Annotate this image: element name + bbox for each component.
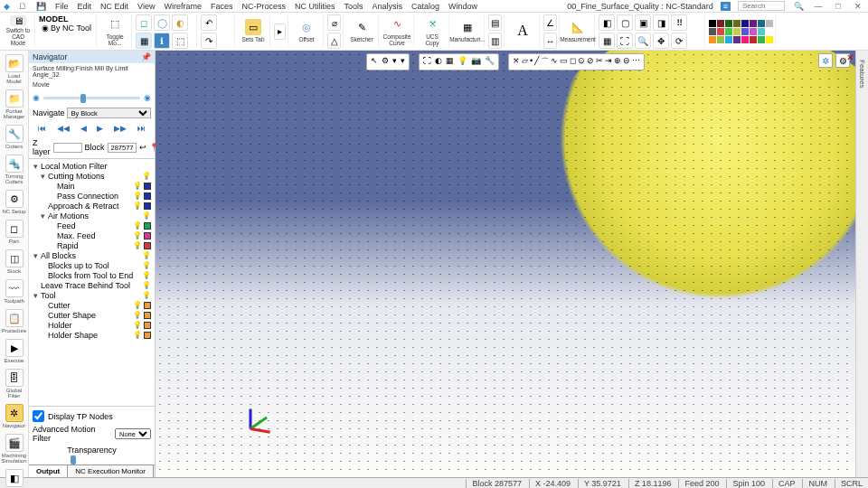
tree-holder-shape[interactable]: Holder Shape💡 bbox=[31, 330, 153, 340]
color-palette[interactable] bbox=[709, 20, 773, 43]
tree-pass[interactable]: Pass Connection💡 bbox=[31, 191, 153, 201]
sidebar-item-pocket-manager[interactable]: 📁Pocket Manager bbox=[2, 89, 27, 119]
bulb-icon[interactable]: 💡 bbox=[142, 211, 151, 220]
save-icon[interactable]: 💾 bbox=[36, 2, 46, 11]
color-swatch[interactable] bbox=[750, 28, 757, 35]
tree-cutting[interactable]: ▾Cutting Motions💡 bbox=[31, 171, 153, 181]
ucs-copy-button[interactable]: ⤧UCS Copy bbox=[418, 14, 447, 47]
bulb-icon[interactable]: 💡 bbox=[142, 172, 151, 180]
color-swatch[interactable] bbox=[709, 28, 716, 35]
color-swatch[interactable] bbox=[733, 20, 741, 27]
sidebar-item-stock[interactable]: ◫Stock bbox=[2, 249, 27, 274]
vp-wire-icon[interactable]: ▦ bbox=[446, 56, 454, 68]
view-shade-icon[interactable]: ◐ bbox=[172, 14, 188, 31]
color-swatch[interactable] bbox=[741, 20, 749, 27]
tree-cutter[interactable]: Cutter💡 bbox=[31, 300, 153, 310]
color-swatch[interactable] bbox=[725, 20, 732, 27]
skip-end-button[interactable]: ⏭ bbox=[137, 124, 146, 133]
tree-approach[interactable]: Approach & Retract💡 bbox=[31, 201, 153, 211]
vp-mill-icon[interactable]: ⊘ bbox=[587, 56, 594, 68]
color-swatch[interactable] bbox=[741, 36, 749, 43]
view-info-icon[interactable]: ℹ bbox=[154, 33, 170, 49]
bulb-icon[interactable]: 💡 bbox=[133, 311, 142, 319]
vp-point-icon[interactable]: • bbox=[530, 56, 533, 68]
menu-faces[interactable]: Faces bbox=[211, 2, 233, 11]
view-cube-icon[interactable]: ◻ bbox=[136, 14, 152, 31]
bulb-icon[interactable]: 💡 bbox=[133, 321, 142, 329]
redo-button[interactable]: ↷ bbox=[201, 33, 217, 49]
color-swatch[interactable] bbox=[717, 28, 724, 35]
color-square[interactable] bbox=[144, 232, 151, 239]
menu-wireframe[interactable]: Wireframe bbox=[164, 2, 202, 11]
layer-a-icon[interactable]: ▤ bbox=[488, 14, 502, 31]
bulb-icon[interactable]: 💡 bbox=[133, 301, 142, 309]
tree-maxfeed[interactable]: Max. Feed💡 bbox=[31, 230, 153, 240]
vp-select-icon[interactable]: ↖ bbox=[371, 56, 378, 68]
vp-dd1-icon[interactable]: ▾ bbox=[392, 56, 397, 68]
minimize-button[interactable]: — bbox=[812, 2, 825, 11]
angle-icon[interactable]: ∠ bbox=[543, 14, 557, 31]
vp-trim-icon[interactable]: ✂ bbox=[596, 56, 603, 68]
tab-monitor[interactable]: NC Execution Monitor bbox=[68, 465, 154, 477]
vp-curve-icon[interactable]: ∿ bbox=[551, 56, 558, 68]
sketcher-button[interactable]: ✎Sketcher bbox=[347, 14, 376, 47]
view-rot-icon[interactable]: ⟳ bbox=[671, 33, 687, 49]
bulb-icon[interactable]: 💡 bbox=[142, 281, 151, 289]
color-swatch[interactable] bbox=[709, 36, 716, 43]
color-square[interactable] bbox=[144, 332, 151, 339]
view-grid-icon[interactable]: ▦ bbox=[599, 33, 615, 49]
misc-cyl-icon[interactable]: ⌀ bbox=[327, 14, 341, 31]
color-square[interactable] bbox=[144, 202, 151, 210]
viewport-3d[interactable]: ↖⚙▾▾ ⛶◐▦💡📷🔧 ⤧▱•╱⌒∿▭◻⊙⊘✂⇥⊕⊖⋯ ✲ ⚙ ✕ bbox=[156, 51, 855, 477]
bulb-icon[interactable]: 💡 bbox=[142, 291, 151, 299]
color-swatch[interactable] bbox=[750, 36, 757, 43]
tree-blocks-to-tool[interactable]: Blocks up to Tool💡 bbox=[31, 260, 153, 270]
menu-ncprocess[interactable]: NC-Process bbox=[241, 2, 286, 11]
menu-edit[interactable]: Edit bbox=[78, 2, 92, 11]
sidebar-item-machining-simulation[interactable]: 🎬Machining Simulation bbox=[2, 434, 27, 464]
sidebar-item-turning-cutters[interactable]: 🔩Turning Cutters bbox=[2, 155, 27, 184]
sidebar-item-execute[interactable]: ▶Execute bbox=[2, 339, 27, 363]
sidebar-item-toolpath[interactable]: 〰Toolpath bbox=[2, 279, 27, 304]
color-swatch[interactable] bbox=[717, 36, 724, 43]
color-swatch[interactable] bbox=[717, 20, 724, 27]
ffwd-button[interactable]: ▶▶ bbox=[114, 124, 127, 133]
composite-curve-button[interactable]: ∿Composite Curve bbox=[382, 14, 411, 47]
switch-cad-button[interactable]: 🖥Switch to CAD Mode bbox=[4, 14, 33, 47]
zoom-fit-icon[interactable]: ⛶ bbox=[617, 33, 633, 49]
color-square[interactable] bbox=[144, 312, 151, 319]
view-pan-icon[interactable]: ✥ bbox=[653, 33, 669, 49]
vp-filter-icon[interactable]: ⚙ bbox=[382, 56, 389, 68]
sidebar-item-procedure[interactable]: 📋Procedure bbox=[2, 309, 27, 333]
refresh-icon[interactable]: 🗋 bbox=[19, 2, 27, 11]
color-square[interactable] bbox=[144, 242, 151, 249]
color-swatch[interactable] bbox=[758, 28, 765, 35]
close-button[interactable]: ✕ bbox=[852, 2, 864, 11]
tree-main[interactable]: Main💡 bbox=[31, 181, 153, 191]
sidebar-item-remaining-stock[interactable]: ◧Remaining Stock bbox=[2, 469, 27, 488]
sidebar-item-navigator[interactable]: ✲Navigator bbox=[2, 404, 27, 428]
manufacturing-button[interactable]: ▦Manufacturi... bbox=[453, 14, 482, 47]
color-swatch[interactable] bbox=[725, 28, 732, 35]
text-dim-button[interactable]: A bbox=[508, 14, 537, 47]
view-top-icon[interactable]: ▢ bbox=[617, 14, 633, 31]
bulb-icon[interactable]: 💡 bbox=[133, 202, 142, 210]
bulb-icon[interactable]: 💡 bbox=[133, 331, 142, 339]
tree-tool[interactable]: ▾Tool💡 bbox=[31, 290, 153, 300]
step-fwd-button[interactable]: ▶ bbox=[97, 124, 103, 133]
skip-start-button[interactable]: ⏮ bbox=[38, 124, 46, 133]
color-swatch[interactable] bbox=[766, 36, 773, 43]
menu-window[interactable]: Window bbox=[448, 2, 477, 11]
block-input[interactable] bbox=[108, 143, 137, 153]
sidebar-item-cutters[interactable]: 🔧Cutters bbox=[2, 125, 27, 149]
vp-shade-icon[interactable]: ◐ bbox=[435, 56, 442, 68]
slider-start-icon[interactable]: ◉ bbox=[33, 93, 40, 102]
maximize-button[interactable]: □ bbox=[832, 2, 844, 11]
viewport-close-icon[interactable]: ✕ bbox=[846, 52, 854, 62]
vp-plane-icon[interactable]: ▱ bbox=[522, 56, 528, 68]
tab-output[interactable]: Output bbox=[29, 465, 68, 477]
sidebar-item-global-filter[interactable]: 🗄Global Filter bbox=[2, 369, 27, 399]
color-swatch[interactable] bbox=[709, 20, 716, 27]
color-swatch[interactable] bbox=[750, 20, 757, 27]
navigator-pin-icon[interactable]: 📌 bbox=[141, 52, 151, 61]
